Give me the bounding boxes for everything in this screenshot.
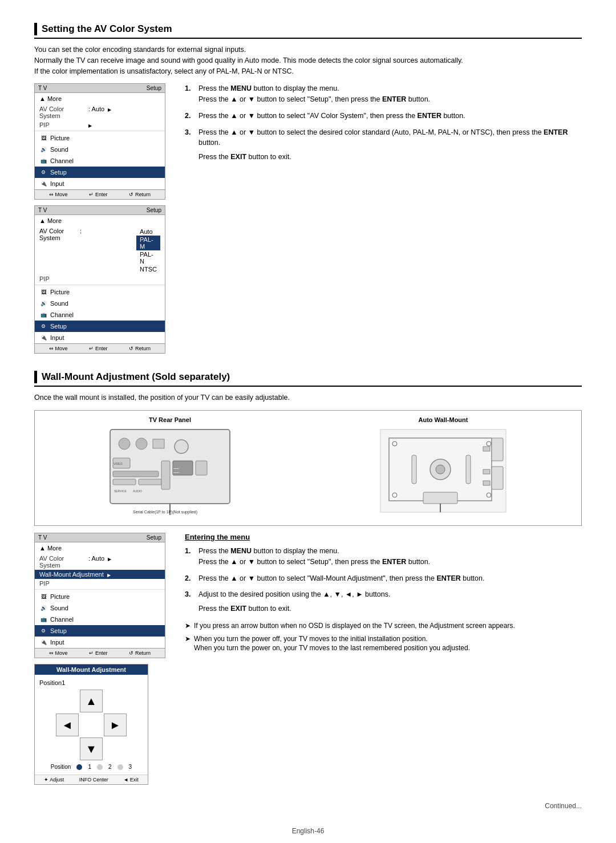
wall-menu-1-av-row: AV Color System : Auto <box>35 554 165 570</box>
svg-rect-30 <box>492 467 503 489</box>
wall-notes: ➤ If you press an arrow button when no O… <box>185 621 582 653</box>
left-arrow-btn[interactable]: ◄ <box>56 714 79 736</box>
tv-rear-panel: TV Rear Panel VIDEO <box>107 416 233 520</box>
wall-mount-title: Wall-Mount Adjustment (Sold separately) <box>34 371 582 387</box>
tv-menu-2-titlebar: T V Setup <box>35 206 165 215</box>
av-step-2: 2. Press the ▲ or ▼ button to select "AV… <box>185 111 582 121</box>
pos-3 <box>117 764 123 770</box>
input-icon-2 <box>39 334 47 342</box>
svg-rect-29 <box>492 438 503 461</box>
setup-icon <box>39 168 47 176</box>
svg-rect-16 <box>196 461 207 475</box>
tv-menu-1-footer: ⇔ Move ↵ Enter ↺ Return <box>35 189 165 199</box>
page-number: English-46 <box>34 827 582 835</box>
tv-menu-1-av-row: AV Color System : Auto <box>35 104 165 120</box>
svg-rect-8 <box>113 479 136 485</box>
svg-rect-12 <box>161 461 170 489</box>
svg-point-2 <box>136 438 147 449</box>
option-palm: PAL-M <box>136 236 160 250</box>
wall-menu-1-wall-row: Wall-Mount Adjustment <box>35 570 165 579</box>
tv-menu-2-input: Input <box>35 332 165 343</box>
down-arrow-btn[interactable]: ▼ <box>80 737 103 760</box>
channel-icon-3 <box>39 615 47 623</box>
pos-1 <box>76 764 82 770</box>
tv-menu-2-footer: ⇔ Move ↵ Enter ↺ Return <box>35 343 165 353</box>
av-color-content: T V Setup ▲ More AV Color System : Auto … <box>34 83 582 354</box>
setup-icon-2 <box>39 322 47 330</box>
pos-2 <box>97 764 103 770</box>
svg-point-26 <box>436 465 445 474</box>
tv-menu-1-setup: Setup <box>35 167 165 178</box>
svg-text:AUDIO: AUDIO <box>133 489 142 493</box>
svg-rect-28 <box>466 455 471 484</box>
wall-menu-1: T V Setup ▲ More AV Color System : Auto … <box>34 533 165 658</box>
svg-text:VIDEO: VIDEO <box>114 462 123 465</box>
wall-adj-menu: Wall-Mount Adjustment Position1 ▲ ◄ ► ▼ <box>34 664 148 785</box>
option-paln: PAL-N <box>136 250 160 265</box>
channel-icon-2 <box>39 311 47 319</box>
option-auto: Auto <box>136 228 160 236</box>
wall-menu-1-pip-row: PIP <box>35 579 165 588</box>
channel-icon <box>39 157 47 165</box>
svg-text:▪▪▪▪▪▪▪: ▪▪▪▪▪▪▪ <box>173 467 180 470</box>
input-icon <box>39 180 47 188</box>
tv-menu-1-channel: Channel <box>35 155 165 167</box>
av-step-1: 1. Press the MENU button to display the … <box>185 83 582 105</box>
wall-mount-section: Wall-Mount Adjustment (Sold separately) … <box>34 371 582 785</box>
tv-menu-2-channel: Channel <box>35 309 165 321</box>
wall-menu-1-picture: Picture <box>35 591 165 602</box>
wall-menu-1-footer: ⇔ Move ↵ Enter ↺ Return <box>35 648 165 658</box>
picture-icon-2 <box>39 288 47 296</box>
sound-icon <box>39 145 47 153</box>
av-color-diagrams: T V Setup ▲ More AV Color System : Auto … <box>34 83 171 354</box>
wall-step-3: 3. Adjust to the desired position using … <box>185 589 582 614</box>
position-label: Position1 <box>39 679 143 686</box>
arrow-cluster: ▲ ◄ ► ▼ <box>56 690 127 760</box>
tv-menu-1-pip-row: PIP <box>35 120 165 129</box>
wall-adj-footer: ✦ Adjust INFO Center ◄ Exit <box>35 775 148 784</box>
right-arrow-btn[interactable]: ► <box>104 714 127 736</box>
tv-menu-2-sound: Sound <box>35 298 165 309</box>
continued-label: Continued... <box>34 802 582 810</box>
svg-point-1 <box>119 438 130 449</box>
av-color-desc: You can set the color encoding standards… <box>34 44 582 76</box>
input-icon-3 <box>39 638 47 646</box>
wall-menu-1-more: ▲ More <box>35 542 165 554</box>
svg-rect-3 <box>153 439 164 448</box>
auto-wall-mount-panel: Auto Wall-Mount <box>378 416 509 520</box>
svg-rect-34 <box>423 492 457 504</box>
tv-menu-2-more: ▲ More <box>35 215 165 226</box>
svg-rect-31 <box>483 447 490 451</box>
svg-text:SERVICE: SERVICE <box>114 489 127 493</box>
tv-menu-2: T V Setup ▲ More AV Color System : Auto … <box>34 205 165 354</box>
av-step-3: 3. Press the ▲ or ▼ button to select the… <box>185 127 582 163</box>
sound-icon-2 <box>39 299 47 307</box>
up-arrow-btn[interactable]: ▲ <box>80 690 103 712</box>
wall-note-1: ➤ If you press an arrow button when no O… <box>185 621 582 631</box>
sound-icon-3 <box>39 604 47 612</box>
wall-adj-title: Wall-Mount Adjustment <box>35 664 148 675</box>
av-color-title: Setting the AV Color System <box>34 23 582 39</box>
entering-menu-title: Entering the menu <box>185 533 582 541</box>
tv-rear-svg: VIDEO SERVICE AUDIO ▪▪▪▪▪▪▪ ▪▪▪▪▪▪▪ <box>107 427 233 518</box>
wall-step-2: 2. Press the ▲ or ▼ button to select "Wa… <box>185 573 582 584</box>
wall-mount-content: T V Setup ▲ More AV Color System : Auto … <box>34 533 582 785</box>
svg-rect-7 <box>113 471 159 477</box>
tv-menu-1-more: ▲ More <box>35 93 165 104</box>
svg-rect-9 <box>139 479 161 485</box>
svg-rect-32 <box>483 469 490 474</box>
wall-menu-1-setup: Setup <box>35 625 165 637</box>
tv-menu-2-picture: Picture <box>35 286 165 298</box>
tv-menu-1-picture: Picture <box>35 132 165 144</box>
setup-icon-3 <box>39 627 47 635</box>
wall-menu-1-titlebar: T V Setup <box>35 533 165 542</box>
tv-menu-2-av-row: AV Color System : Auto PAL-M PAL-N NTSC <box>35 226 165 274</box>
wall-step-1: 1. Press the MENU button to display the … <box>185 546 582 568</box>
position-indicators: Position 1 2 3 <box>39 764 143 770</box>
av-color-section: Setting the AV Color System You can set … <box>34 23 582 354</box>
option-ntsc: NTSC <box>136 265 160 273</box>
wall-mount-svg <box>378 427 509 518</box>
wall-menu-1-input: Input <box>35 637 165 648</box>
av-color-steps: 1. Press the MENU button to display the … <box>185 83 582 354</box>
av-color-options: Auto PAL-M PAL-N NTSC <box>136 228 160 273</box>
